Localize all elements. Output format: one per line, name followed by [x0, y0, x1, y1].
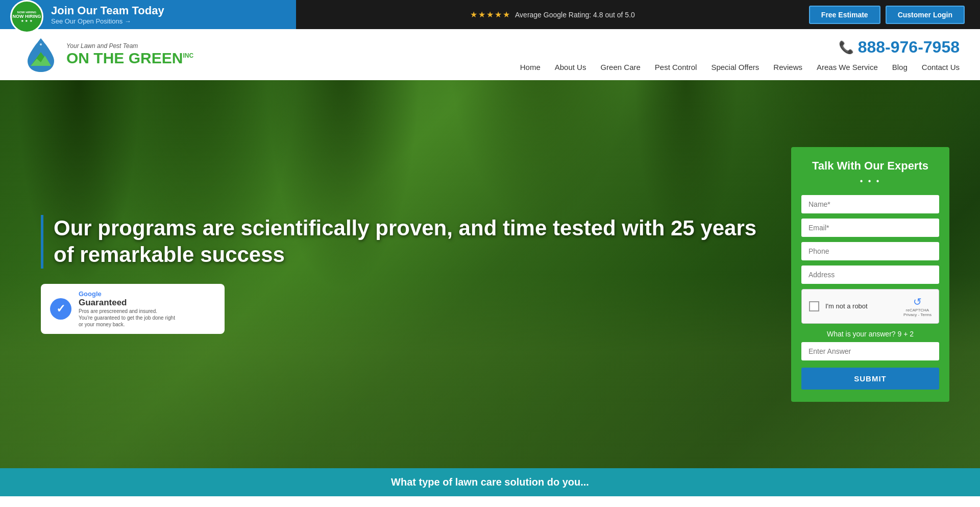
phone-input[interactable]: [801, 242, 939, 260]
recaptcha-logo: ↺ reCAPTCHA Privacy - Terms: [903, 296, 932, 317]
hero-left-panel: Our programs are scientifically proven, …: [0, 184, 791, 365]
hiring-text: Join Our Team Today See Our Open Positio…: [51, 4, 164, 25]
form-title: Talk With Our Experts: [801, 159, 939, 173]
recaptcha-widget[interactable]: I'm not a robot ↺ reCAPTCHA Privacy - Te…: [801, 289, 939, 324]
nav-special-offers[interactable]: Special Offers: [711, 63, 759, 71]
contact-form-panel: Talk With Our Experts • • • I'm not a ro…: [791, 147, 949, 402]
phone-area[interactable]: 📞 888-976-7958: [839, 38, 960, 57]
hero-section: Our programs are scientifically proven, …: [0, 80, 980, 468]
badge-text-main: NOW HIRING: [13, 14, 41, 19]
svg-point-3: [44, 42, 46, 43]
bottom-bar: What type of lawn care solution do you..…: [0, 468, 980, 496]
form-dots: • • •: [801, 177, 939, 186]
logo-icon: [20, 34, 61, 75]
submit-button[interactable]: SUBMIT: [801, 368, 939, 390]
name-input[interactable]: [801, 195, 939, 213]
main-nav: Home About Us Green Care Pest Control Sp…: [520, 63, 960, 71]
rating-stars: ★★★★★: [470, 10, 511, 19]
free-estimate-button[interactable]: Free Estimate: [809, 6, 880, 24]
nav-contact[interactable]: Contact Us: [922, 63, 960, 71]
gg-guaranteed-label: Guaranteed: [79, 298, 175, 308]
svg-point-2: [36, 42, 38, 43]
recaptcha-checkbox[interactable]: [809, 301, 819, 311]
nav-pest-control[interactable]: Pest Control: [655, 63, 697, 71]
recaptcha-label: I'm not a robot: [825, 302, 897, 310]
logo-area[interactable]: Your Lawn and Pest Team ON THE GREENinc: [20, 34, 193, 75]
hiring-title: Join Our Team Today: [51, 4, 164, 17]
svg-point-1: [40, 43, 42, 45]
gg-text: Google Guaranteed Pros are prescreened a…: [79, 290, 175, 328]
logo-tagline: Your Lawn and Pest Team: [66, 42, 193, 50]
logo-name-area: ON THE GREENinc: [66, 50, 193, 67]
hiring-badge: NOW HIRING NOW HIRING ★ ★ ★: [10, 0, 43, 33]
top-bar-buttons: Free Estimate Customer Login: [809, 6, 980, 24]
top-bar: NOW HIRING NOW HIRING ★ ★ ★ Join Our Tea…: [0, 0, 980, 29]
phone-icon: 📞: [839, 40, 854, 55]
logo-name: ON THE GREENinc: [66, 50, 193, 66]
nav-about[interactable]: About Us: [555, 63, 586, 71]
recaptcha-icon: ↺: [913, 296, 922, 308]
nav-blog[interactable]: Blog: [892, 63, 908, 71]
hero-content: Our programs are scientifically proven, …: [0, 80, 980, 468]
header-right: 📞 888-976-7958 Home About Us Green Care …: [193, 38, 960, 71]
gg-check-icon: ✓: [50, 298, 71, 320]
gg-fine-print: Pros are prescreened and insured.You're …: [79, 308, 175, 328]
recaptcha-links: Privacy - Terms: [903, 312, 932, 317]
nav-home[interactable]: Home: [520, 63, 541, 71]
rating-text: Average Google Rating: 4.8 out of 5.0: [515, 11, 635, 19]
nav-reviews[interactable]: Reviews: [773, 63, 802, 71]
hero-title: Our programs are scientifically proven, …: [54, 215, 761, 269]
bottom-bar-text: What type of lawn care solution do you..…: [391, 476, 589, 488]
math-question: What is your answer? 9 + 2: [801, 330, 939, 338]
nav-green-care[interactable]: Green Care: [600, 63, 640, 71]
address-input[interactable]: [801, 265, 939, 284]
hero-text-box: Our programs are scientifically proven, …: [41, 215, 761, 269]
gg-google-label: Google: [79, 290, 175, 298]
recaptcha-brand: reCAPTCHA: [906, 308, 929, 312]
hiring-banner[interactable]: NOW HIRING NOW HIRING ★ ★ ★ Join Our Tea…: [0, 0, 296, 29]
badge-stars: ★ ★ ★: [21, 19, 33, 22]
nav-areas[interactable]: Areas We Service: [817, 63, 878, 71]
header: Your Lawn and Pest Team ON THE GREENinc …: [0, 29, 980, 80]
email-input[interactable]: [801, 219, 939, 237]
phone-number: 888-976-7958: [858, 38, 960, 57]
customer-login-button[interactable]: Customer Login: [886, 6, 965, 24]
google-guaranteed-badge: ✓ Google Guaranteed Pros are prescreened…: [41, 284, 225, 334]
rating-area: ★★★★★ Average Google Rating: 4.8 out of …: [296, 10, 809, 19]
hiring-subtitle[interactable]: See Our Open Positions →: [51, 17, 164, 25]
logo-text: Your Lawn and Pest Team ON THE GREENinc: [66, 42, 193, 67]
math-answer-input[interactable]: [801, 342, 939, 360]
